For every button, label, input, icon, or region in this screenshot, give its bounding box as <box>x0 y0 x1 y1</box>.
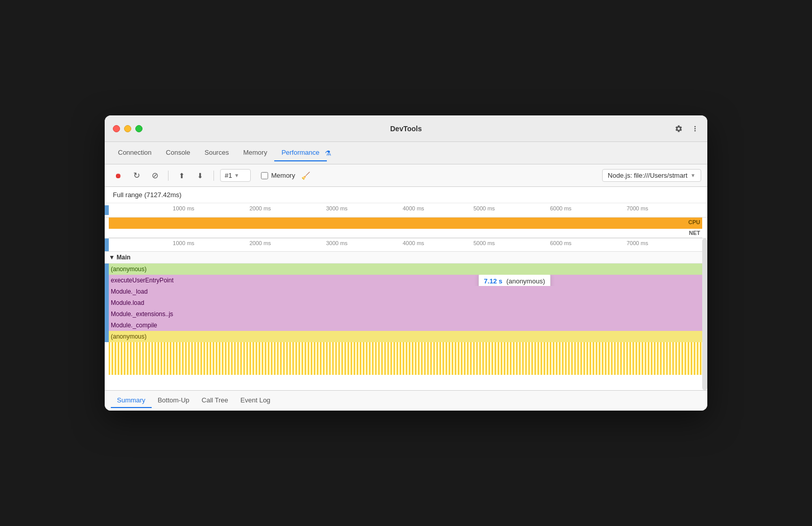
flame-row-extensions[interactable]: Module._extensions..js <box>105 308 707 320</box>
memory-checkbox-container[interactable]: Memory 🧹 <box>261 172 310 180</box>
separator-1 <box>168 171 169 181</box>
flame-label-execute: executeUserEntryPoint <box>109 277 174 284</box>
window-title: DevTools <box>390 125 422 133</box>
title-bar: DevTools <box>105 115 707 142</box>
profile-selector[interactable]: #1 ▼ <box>220 169 251 182</box>
tab-memory[interactable]: Memory <box>236 145 274 161</box>
flame-row-module-load[interactable]: Module._load <box>105 286 707 297</box>
full-range-label: Full range (7127.42ms) <box>105 187 707 203</box>
spacer-row <box>105 375 707 390</box>
dense-bars-inner-1 <box>109 342 702 358</box>
tooltip-time: 7.12 s <box>484 277 503 285</box>
bottom-tab-bar: Summary Bottom-Up Call Tree Event Log <box>105 390 707 411</box>
traffic-lights <box>113 125 142 132</box>
reload-button[interactable]: ↻ <box>129 169 144 183</box>
more-icon[interactable] <box>691 125 699 133</box>
dense-bars-inner-2 <box>109 358 702 375</box>
flame-label-anonymous-2: (anonymous) <box>109 333 147 340</box>
flame-row-anonymous-2[interactable]: (anonymous) <box>105 331 707 342</box>
flame-row-compile[interactable]: Module._compile <box>105 320 707 331</box>
settings-icon[interactable] <box>675 125 683 133</box>
separator-2 <box>213 171 214 181</box>
tick2-4000: 4000 ms <box>402 240 424 246</box>
time-ruler-inner-2: 1000 ms 2000 ms 3000 ms 4000 ms 5000 ms … <box>113 240 702 250</box>
close-button[interactable] <box>113 125 120 132</box>
tick2-5000: 5000 ms <box>473 240 495 246</box>
tick2-1000: 1000 ms <box>173 240 194 246</box>
minimize-button[interactable] <box>124 125 131 132</box>
tick-5000: 5000 ms <box>473 205 495 211</box>
clean-icon[interactable]: 🧹 <box>301 172 310 180</box>
tick2-7000: 7000 ms <box>627 240 648 246</box>
download-button[interactable]: ⬇ <box>193 169 207 183</box>
node-selector-dropdown-icon: ▼ <box>690 173 696 178</box>
devtools-window: DevTools Connection Console Sources Memo… <box>105 115 707 411</box>
bottom-tab-bottomup[interactable]: Bottom-Up <box>152 393 196 408</box>
title-bar-actions <box>675 125 699 133</box>
flame-chart-section: 1000 ms 2000 ms 3000 ms 4000 ms 5000 ms … <box>105 238 707 390</box>
cpu-bar: CPU <box>109 218 702 229</box>
flame-label-compile: Module._compile <box>109 322 157 329</box>
timeline-overview: 1000 ms 2000 ms 3000 ms 4000 ms 5000 ms … <box>105 203 707 238</box>
memory-checkbox-input[interactable] <box>261 172 268 179</box>
flame-row-execute[interactable]: executeUserEntryPoint 7.12 s (anonymous) <box>105 275 707 286</box>
net-label: NET <box>689 230 700 236</box>
tick2-6000: 6000 ms <box>550 240 571 246</box>
tick-7000: 7000 ms <box>627 205 648 211</box>
clear-button[interactable]: ⊘ <box>148 169 162 183</box>
record-button[interactable]: ⏺ <box>111 169 125 183</box>
main-section-label: ▼ Main <box>105 252 707 264</box>
tick-1000: 1000 ms <box>173 205 194 211</box>
node-selector-label: Node.js: file:///Users/stmart <box>608 172 687 179</box>
tick-3000: 3000 ms <box>326 205 347 211</box>
tick-4000: 4000 ms <box>402 205 424 211</box>
flame-label-module-load: Module._load <box>109 288 148 295</box>
bottom-tab-summary[interactable]: Summary <box>111 393 152 408</box>
profile-label: #1 <box>225 172 232 179</box>
flame-label-extensions: Module._extensions..js <box>109 310 173 318</box>
flask-icon: ⚗ <box>325 149 331 157</box>
dense-bars-1 <box>109 342 702 358</box>
net-bar: NET <box>109 229 702 238</box>
tooltip-label: (anonymous) <box>506 277 545 285</box>
cpu-label: CPU <box>688 219 700 225</box>
bottom-tab-calltree[interactable]: Call Tree <box>196 393 234 408</box>
flame-label-anonymous-1: (anonymous) <box>109 266 147 273</box>
time-ruler-inner-1: 1000 ms 2000 ms 3000 ms 4000 ms 5000 ms … <box>113 205 702 216</box>
flame-label-module-load2: Module.load <box>109 299 144 306</box>
memory-checkbox-label: Memory <box>271 172 295 179</box>
tab-sources[interactable]: Sources <box>197 145 236 161</box>
tick2-2000: 2000 ms <box>249 240 271 246</box>
tab-performance[interactable]: Performance <box>274 145 326 161</box>
tab-console[interactable]: Console <box>159 145 198 161</box>
profile-dropdown-icon: ▼ <box>234 173 239 178</box>
tab-bar: Connection Console Sources Memory Perfor… <box>105 142 707 164</box>
tick2-3000: 3000 ms <box>326 240 347 246</box>
node-selector[interactable]: Node.js: file:///Users/stmart ▼ <box>602 169 701 182</box>
bottom-tab-eventlog[interactable]: Event Log <box>234 393 277 408</box>
time-ruler-2: 1000 ms 2000 ms 3000 ms 4000 ms 5000 ms … <box>105 238 707 252</box>
flame-row-anonymous-1[interactable]: (anonymous) <box>105 264 707 275</box>
upload-button[interactable]: ⬆ <box>175 169 189 183</box>
tooltip: 7.12 s (anonymous) <box>479 275 551 286</box>
time-ruler-1: 1000 ms 2000 ms 3000 ms 4000 ms 5000 ms … <box>105 203 707 218</box>
flame-row-module-load2[interactable]: Module.load <box>105 297 707 308</box>
dense-bars-2 <box>109 358 702 375</box>
maximize-button[interactable] <box>135 125 142 132</box>
vertical-scrollbar[interactable] <box>702 238 707 390</box>
tab-connection[interactable]: Connection <box>111 145 159 161</box>
tick-2000: 2000 ms <box>249 205 271 211</box>
tick-6000: 6000 ms <box>550 205 571 211</box>
toolbar: ⏺ ↻ ⊘ ⬆ ⬇ #1 ▼ Memory 🧹 Node.js: file://… <box>105 164 707 187</box>
